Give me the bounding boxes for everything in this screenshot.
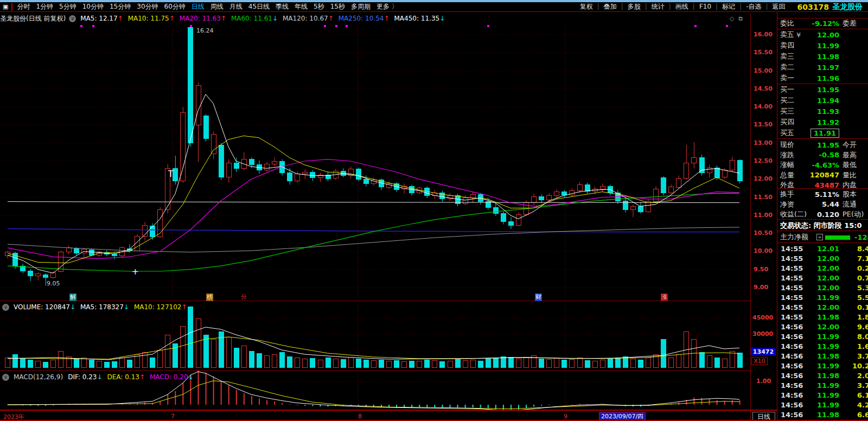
volume-chart[interactable]: ∨ VOLUME: 120847↓MA5: 178327↓MA10: 12710… <box>0 301 750 370</box>
chevron-down-icon[interactable]: ∨ <box>2 304 9 311</box>
down-arrow-icon: ↓ <box>97 373 102 381</box>
legend-item: VOLUME: 120847↓ <box>14 303 75 311</box>
volume-legend: VOLUME: 120847↓MA5: 178327↓MA10: 127102↑ <box>14 303 192 311</box>
toolbar-button[interactable]: 多股 <box>623 3 645 10</box>
event-marker[interactable]: 解 <box>69 294 76 301</box>
event-marker[interactable]: 榜 <box>206 294 213 301</box>
event-marker[interactable]: 涨 <box>661 294 668 301</box>
tick-row[interactable]: 14:55 12.01 8.4) <box>777 245 868 254</box>
bid-row[interactable]: 买四 11.92 <box>777 117 868 127</box>
tab-period[interactable]: 月线 <box>229 3 242 10</box>
tick-row[interactable]: 14:55 11.99 5.5) <box>777 294 868 303</box>
tick-row[interactable]: 14:55 12.00 0.1) <box>777 303 868 313</box>
chevron-down-icon[interactable]: ∨ <box>2 374 9 381</box>
tab-period[interactable]: 15秒 <box>330 3 345 10</box>
down-arrow-icon: ↓ <box>439 15 445 22</box>
tab-period[interactable]: 10分钟 <box>82 3 104 10</box>
toolbar-button[interactable]: 画线 <box>671 3 693 10</box>
tab-period[interactable]: 年线 <box>295 3 308 10</box>
ask-row[interactable]: 卖五 ¥ 12.00 <box>777 29 868 40</box>
toolbar-button[interactable]: 叠加 <box>599 3 621 10</box>
chevron-down-icon[interactable]: ∨ <box>69 15 76 22</box>
bid-row[interactable]: 买三 11.93 <box>777 106 868 117</box>
tick-row[interactable]: 14:55 12.00 0.7) <box>777 274 868 284</box>
quote-value: 5.11% <box>815 190 839 199</box>
list-icon[interactable]: ≡ <box>816 234 823 240</box>
ask-row[interactable]: 卖一 11.96 <box>777 73 868 84</box>
quote-label-2: PE(动) <box>843 209 864 219</box>
toolbar-button[interactable]: 标记 <box>718 3 739 10</box>
x-axis-label: 7 <box>171 413 175 420</box>
up-arrow-icon: ↑ <box>384 15 389 22</box>
main-chart-svg[interactable]: T+16.249.05 <box>0 24 750 301</box>
tick-row[interactable]: 14:55 12.00 5.3) <box>777 284 868 294</box>
legend-item: MA450: 11.35↓ <box>394 15 445 22</box>
price-axis-label: 14.50 <box>754 85 773 92</box>
tick-row[interactable]: 14:56 11.98 2.0) <box>777 372 868 381</box>
tab-period[interactable]: 5分钟 <box>59 3 76 10</box>
low-price-label: 9.05 <box>47 280 60 287</box>
tick-row[interactable]: 14:56 11.99 1.6) <box>777 342 868 352</box>
main-force-value: -128 <box>854 233 868 241</box>
tick-row[interactable]: 14:56 11.99 8.0) <box>777 333 868 342</box>
quote-value: -4.63% <box>812 161 840 169</box>
tick-row[interactable]: 14:55 12.00 7.1) <box>777 254 868 264</box>
tab-period[interactable]: 60分钟 <box>164 3 186 10</box>
quote-label: 收益(二) <box>780 209 807 219</box>
quote-label-2: 今开 <box>843 140 857 150</box>
tick-price: 11.99 <box>810 342 839 350</box>
tab-period[interactable]: 季线 <box>276 3 289 10</box>
tick-row[interactable]: 14:56 11.99 10.2) <box>777 362 868 372</box>
down-arrow-icon: ↓ <box>188 373 194 381</box>
tick-volume: 8.4) <box>844 245 868 253</box>
toolbar-button[interactable]: 复权 <box>576 3 597 10</box>
diamond-icon[interactable]: ◇ <box>730 15 738 22</box>
bid-row[interactable]: 买二 11.94 <box>777 95 868 106</box>
bid-row[interactable]: 买五 11.91 <box>777 127 868 138</box>
yen-icon: ¥ <box>796 31 801 39</box>
up-arrow-icon: ↑ <box>221 15 226 22</box>
event-marker[interactable]: 财 <box>535 294 542 301</box>
tab-period[interactable]: 5秒 <box>314 3 324 10</box>
toolbar-right: 复权|叠加|多股|统计|画线|F10|标记|-自选|返回 603178 圣龙股份 <box>576 2 868 12</box>
bid-row[interactable]: 买一 11.95 <box>777 84 868 95</box>
ask-row[interactable]: 卖二 11.97 <box>777 62 868 73</box>
macd-chart[interactable]: ∨ MACD(12,26,9)DIF: 0.23↓DEA: 0.13↑MACD:… <box>0 370 750 410</box>
price-axis-label: 16.00 <box>754 31 773 38</box>
tab-period[interactable]: 1分钟 <box>36 3 53 10</box>
toolbar-button[interactable]: 返回 <box>768 3 790 10</box>
quote-label: 外盘 <box>780 180 794 190</box>
tick-row[interactable]: 14:56 11.98 3.7) <box>777 352 868 362</box>
tab-period[interactable]: 更多 〉 <box>376 3 398 10</box>
tab-period[interactable]: 周线 <box>210 3 224 10</box>
tick-time: 14:55 <box>781 303 803 311</box>
window-icon[interactable]: ▣ <box>3 3 8 10</box>
price-axis-label: 14.00 <box>754 103 773 110</box>
tick-row[interactable]: 14:56 11.99 3.7) <box>777 381 868 391</box>
tick-row[interactable]: 14:56 11.99 4.2) <box>777 401 868 411</box>
time-axis[interactable]: 2023年7892023/09/07/四 <box>0 410 777 421</box>
tab-period[interactable]: 45日线 <box>248 3 270 10</box>
toolbar-button[interactable]: -自选 <box>742 3 765 10</box>
ask-row[interactable]: 卖三 11.98 <box>777 51 868 62</box>
tick-row[interactable]: 14:56 11.98 6.6) <box>777 411 868 420</box>
tick-row[interactable]: 14:55 11.98 1.8) <box>777 313 868 323</box>
toolbar-button[interactable]: F10 <box>695 3 716 10</box>
candlestick-chart[interactable]: T+16.249.05 <box>0 24 750 301</box>
toolbar-separator: | <box>766 3 768 10</box>
tick-row[interactable]: 14:56 12.00 9.6) <box>777 323 868 333</box>
tab-period[interactable]: 日线 <box>192 3 205 10</box>
toolbar-button[interactable]: 统计 <box>647 3 669 10</box>
level-label: 买二 <box>780 95 794 105</box>
tick-row[interactable]: 14:55 12.00 0.2) <box>777 264 868 274</box>
event-marker[interactable]: 分 <box>240 294 247 301</box>
ask-row[interactable]: 卖四 11.99 <box>777 40 868 51</box>
restore-window-icon[interactable]: ⧉ <box>738 15 747 22</box>
tick-volume: 5.5) <box>844 294 868 302</box>
tab-period[interactable]: 多周期 <box>351 3 371 10</box>
tab-period[interactable]: 15分钟 <box>110 3 131 10</box>
tab-period[interactable]: 30分钟 <box>137 3 158 10</box>
tick-time: 14:56 <box>781 342 803 350</box>
tick-row[interactable]: 14:56 11.99 6.1) <box>777 391 868 401</box>
tab-period[interactable]: 分时 <box>17 3 30 10</box>
